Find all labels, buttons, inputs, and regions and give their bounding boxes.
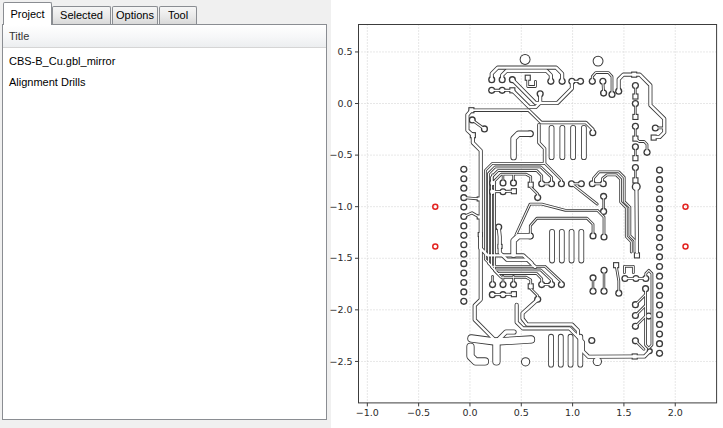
pcb-pad bbox=[500, 77, 504, 81]
tab-tool[interactable]: Tool bbox=[159, 6, 197, 24]
pcb-pad bbox=[528, 132, 532, 136]
pcb-mounting-hole bbox=[522, 358, 529, 365]
pcb-pad bbox=[643, 286, 647, 290]
pcb-pad bbox=[590, 182, 594, 186]
pcb-square-pad bbox=[499, 245, 502, 248]
pcb-pad bbox=[633, 339, 637, 343]
pcb-pad bbox=[657, 322, 661, 326]
pcb-mounting-hole bbox=[521, 55, 530, 64]
pcb-square-pad bbox=[633, 115, 637, 119]
pcb-pad bbox=[462, 290, 466, 294]
pcb-pad bbox=[482, 127, 486, 131]
pcb-pad bbox=[462, 280, 466, 284]
pcb-pad bbox=[657, 168, 661, 172]
pcb-pad bbox=[657, 206, 661, 210]
pcb-pad bbox=[462, 186, 466, 190]
layer-item[interactable]: Alignment Drills bbox=[3, 72, 326, 93]
pcb-pad bbox=[648, 349, 651, 352]
pcb-pad bbox=[559, 182, 563, 186]
pcb-pad bbox=[496, 225, 500, 229]
pcb-pad bbox=[610, 92, 614, 96]
tab-options[interactable]: Options bbox=[112, 6, 158, 24]
pcb-pad bbox=[490, 189, 494, 193]
plot-frame bbox=[359, 25, 717, 403]
pcb-pad bbox=[535, 195, 539, 199]
pcb-pad bbox=[657, 303, 661, 307]
pcb-pad bbox=[601, 182, 605, 186]
pcb-square-pad bbox=[512, 189, 516, 193]
pcb-square-pad bbox=[635, 253, 639, 257]
pcb-pad bbox=[591, 289, 595, 293]
tab-pane: Title CBS-B_Cu.gbl_mirrorAlignment Drill… bbox=[2, 24, 327, 420]
pcb-pad bbox=[462, 167, 466, 171]
alignment-drill-marker bbox=[683, 244, 688, 249]
pcb-pad bbox=[657, 264, 661, 268]
tick-label-y: −1.0 bbox=[329, 201, 352, 212]
tree-header-title[interactable]: Title bbox=[3, 25, 326, 48]
pcb-trace bbox=[624, 266, 633, 272]
pcb-pad bbox=[590, 79, 594, 83]
tab-label: Tool bbox=[168, 9, 188, 21]
tick-label-x: 0.0 bbox=[462, 407, 477, 418]
pcb-pad bbox=[501, 292, 505, 296]
pcb-pad bbox=[559, 282, 563, 286]
pcb-mounting-hole bbox=[594, 57, 603, 66]
pcb-square-pad bbox=[469, 108, 473, 112]
pcb-square-pad bbox=[478, 197, 481, 200]
pcb-pad bbox=[602, 289, 606, 293]
pcb-pad bbox=[657, 226, 661, 230]
pcb-pad bbox=[535, 297, 539, 301]
pcb-pad bbox=[470, 118, 474, 122]
pcb-pad bbox=[489, 77, 493, 81]
pcb-pad bbox=[462, 195, 466, 199]
tab-label: Options bbox=[116, 9, 154, 21]
pcb-pad bbox=[590, 338, 594, 342]
tick-label-y: 0.5 bbox=[337, 46, 352, 57]
pcb-pad bbox=[489, 88, 493, 92]
pcb-pad bbox=[601, 79, 605, 83]
pcb-pad bbox=[462, 299, 466, 303]
tab-selected[interactable]: Selected bbox=[52, 6, 111, 24]
tab-project[interactable]: Project bbox=[3, 2, 52, 25]
pcb-pad bbox=[462, 233, 466, 237]
tick-label-x: 1.0 bbox=[565, 407, 580, 418]
pcb-pad bbox=[633, 165, 637, 169]
pcb-pad bbox=[601, 91, 605, 95]
pcb-square-pad bbox=[512, 292, 516, 296]
pcb-pad bbox=[653, 126, 657, 130]
pcb-square-pad bbox=[479, 233, 482, 236]
pcb-pad bbox=[538, 92, 542, 96]
pcb-pad bbox=[529, 337, 534, 342]
pcb-pad bbox=[616, 89, 620, 93]
layer-list: CBS-B_Cu.gbl_mirrorAlignment Drills bbox=[3, 51, 326, 419]
pcb-pad bbox=[490, 292, 494, 296]
pcb-square-pad bbox=[633, 137, 637, 141]
pcb-pad bbox=[633, 302, 637, 306]
pcb-pad bbox=[462, 252, 466, 256]
pcb-pad bbox=[591, 234, 595, 238]
pcb-pad bbox=[501, 181, 505, 185]
pcb-square-pad bbox=[633, 178, 637, 182]
pcb-pad bbox=[657, 332, 661, 336]
tick-label-y: 0.0 bbox=[337, 98, 352, 109]
tab-label: Selected bbox=[60, 9, 103, 21]
pcb-pad bbox=[601, 194, 605, 198]
pcb-pad bbox=[633, 184, 639, 190]
pcb-pad bbox=[569, 182, 573, 186]
tick-label-y: −2.5 bbox=[329, 356, 352, 367]
pcb-pad bbox=[657, 235, 661, 239]
pcb-pad bbox=[657, 284, 661, 288]
pcb-pad bbox=[645, 150, 649, 154]
pcb-pad bbox=[657, 216, 661, 220]
pcb-pad bbox=[462, 177, 466, 181]
pcb-square-pad bbox=[633, 95, 637, 99]
pcb-square-pad bbox=[633, 156, 637, 160]
pcb-pad bbox=[657, 245, 661, 249]
pcb-square-pad bbox=[632, 73, 636, 77]
layer-item[interactable]: CBS-B_Cu.gbl_mirror bbox=[3, 51, 326, 72]
pcb-pad bbox=[633, 124, 637, 128]
pcb-pad bbox=[644, 276, 648, 280]
pcb-square-pad bbox=[526, 76, 530, 80]
pcb-square-pad bbox=[633, 355, 637, 359]
pcb-pad bbox=[647, 314, 651, 318]
